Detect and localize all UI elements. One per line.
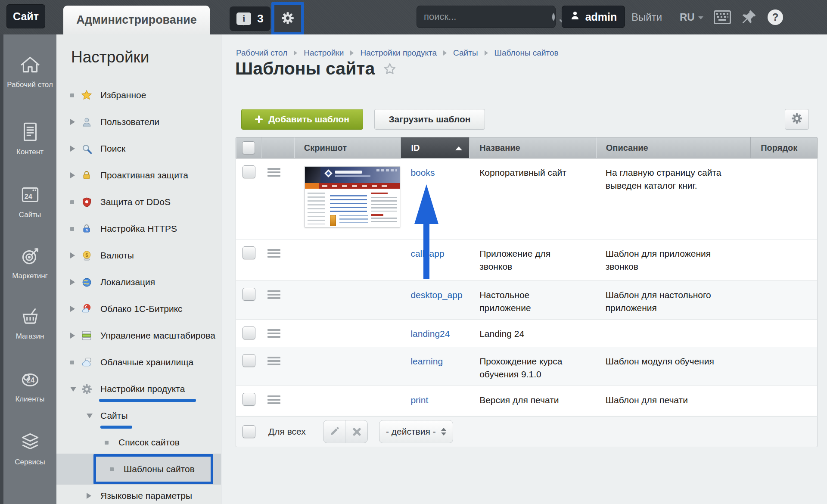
chevron-right-icon[interactable]	[70, 172, 75, 178]
globe-icon	[81, 277, 92, 288]
footer-select-checkbox[interactable]	[243, 425, 255, 438]
rail-item-6[interactable]: 24Клиенты	[3, 366, 56, 404]
menu-item-2[interactable]: Пользователи	[56, 109, 221, 135]
menu-item-7[interactable]: $Валюты	[56, 242, 221, 269]
breadcrumb-link-4[interactable]: Сайты	[453, 48, 478, 58]
rail-item-label: Магазин	[6, 332, 54, 341]
logout-link[interactable]: Выйти	[631, 11, 662, 23]
table-settings-button[interactable]	[785, 109, 809, 130]
menu-item-6[interactable]: SНастройка HTTPS	[56, 215, 221, 242]
user-button[interactable]: admin	[562, 6, 625, 28]
breadcrumb-link-3[interactable]: Настройки продукта	[360, 48, 437, 58]
row-checkbox[interactable]	[243, 327, 255, 339]
column-header-4[interactable]: Описание	[596, 137, 751, 158]
rail-item-4[interactable]: Маркетинг	[3, 243, 56, 280]
chevron-right-icon[interactable]	[70, 146, 75, 152]
header-select-checkbox[interactable]	[242, 141, 255, 154]
thumb-company-slogan	[335, 175, 370, 177]
delete-button[interactable]	[345, 420, 367, 443]
row-menu-icon[interactable]	[267, 168, 280, 177]
template-id-link[interactable]: books	[410, 168, 435, 177]
row-menu-cell	[261, 240, 294, 280]
keyboard-icon[interactable]	[714, 10, 731, 24]
actions-dropdown[interactable]: - действия -	[379, 420, 453, 443]
menu-item-5[interactable]: Защита от DDoS	[56, 189, 221, 215]
search-input[interactable]	[424, 11, 548, 22]
row-checkbox[interactable]	[243, 393, 255, 406]
menu-item-16[interactable]: Языковые параметры	[56, 482, 221, 504]
row-menu-icon[interactable]	[267, 290, 280, 299]
template-id-link[interactable]: print	[410, 395, 428, 405]
cloud-icon	[81, 357, 92, 368]
services-icon	[18, 429, 42, 455]
site-button[interactable]: Сайт	[6, 4, 45, 28]
add-template-label: Добавить шаблон	[268, 114, 349, 124]
row-menu-icon[interactable]	[267, 395, 280, 404]
edit-button[interactable]	[323, 420, 346, 443]
column-header-2[interactable]: ID	[401, 137, 469, 158]
column-header-label: ID	[411, 143, 420, 153]
menu-item-13[interactable]: Сайты	[56, 402, 221, 429]
pin-icon[interactable]	[740, 9, 757, 26]
column-header-1[interactable]: Скриншот	[294, 137, 401, 158]
chevron-right-icon[interactable]	[70, 306, 75, 312]
row-menu-icon[interactable]	[267, 329, 280, 338]
menu-item-8[interactable]: Локализация	[56, 269, 221, 296]
menu-item-4[interactable]: Проактивная защита	[56, 162, 221, 189]
breadcrumb-link-5[interactable]: Шаблоны сайтов	[494, 48, 559, 58]
gear-icon[interactable]	[281, 12, 294, 26]
upload-template-button[interactable]: Загрузить шаблон	[374, 109, 485, 130]
menu-item-12[interactable]: Настройки продукта	[56, 376, 221, 402]
template-screenshot-thumbnail[interactable]	[305, 166, 400, 227]
add-template-button[interactable]: Добавить шаблон	[241, 109, 363, 130]
menu-item-9[interactable]: Облако 1С-Битрикс	[56, 296, 221, 322]
search-icon[interactable]	[552, 13, 555, 21]
chevron-down-icon[interactable]	[70, 387, 76, 392]
menu-item-15[interactable]: Шаблоны сайтов	[56, 456, 221, 482]
column-header-5[interactable]: Порядок	[751, 137, 817, 158]
rail-item-2[interactable]: Контент	[3, 119, 56, 156]
row-checkbox[interactable]	[243, 354, 255, 367]
rail-item-1[interactable]: Рабочий стол	[3, 52, 56, 89]
chevron-down-icon[interactable]	[87, 414, 93, 418]
id-cell: print	[401, 386, 469, 416]
row-menu-icon[interactable]	[267, 249, 280, 258]
chevron-right-icon[interactable]	[70, 252, 75, 258]
chevron-right-icon[interactable]	[70, 333, 75, 339]
template-id-link[interactable]: desktop_app	[410, 290, 462, 300]
help-button[interactable]: ?	[768, 9, 783, 25]
favorite-star-icon[interactable]	[383, 62, 396, 75]
menu-item-10[interactable]: Управление масштабирова	[56, 322, 221, 349]
breadcrumb-link-1[interactable]: Рабочий стол	[236, 48, 287, 58]
language-dropdown[interactable]: RU	[680, 11, 703, 23]
template-id-link[interactable]: landing24	[410, 329, 450, 339]
chevron-right-icon[interactable]	[70, 279, 75, 285]
tab-administration[interactable]: Администрирование	[63, 6, 210, 34]
left-rail: Рабочий столКонтент24СайтыМаркетингМагаз…	[0, 34, 56, 504]
chevron-right-icon[interactable]	[87, 493, 91, 499]
row-checkbox[interactable]	[243, 165, 255, 178]
rail-item-3[interactable]: 24Сайты	[3, 182, 56, 219]
table-row: printВерсия для печатиШаблон для печати	[236, 386, 817, 416]
row-menu-icon[interactable]	[267, 357, 280, 365]
rail-item-label: Сервисы	[6, 457, 54, 467]
menu-item-3[interactable]: Поиск	[56, 135, 221, 162]
notifications-button[interactable]: i 3	[230, 6, 270, 31]
row-checkbox[interactable]	[243, 246, 255, 259]
search-box[interactable]	[417, 6, 556, 28]
order-cell	[751, 347, 817, 386]
chevron-right-icon[interactable]	[70, 119, 75, 125]
row-checkbox[interactable]	[243, 288, 255, 301]
template-id-link[interactable]: learning	[410, 356, 443, 366]
menu-item-1[interactable]: Избранное	[56, 82, 221, 109]
breadcrumb-link-2[interactable]: Настройки	[304, 48, 344, 58]
row-menu-cell	[261, 386, 294, 416]
rail-item-5[interactable]: Магазин	[3, 303, 56, 341]
row-menu-cell	[261, 281, 294, 319]
column-header-3[interactable]: Название	[469, 137, 596, 158]
description-cell	[596, 320, 751, 347]
menu-item-11[interactable]: Облачные хранилища	[56, 349, 221, 376]
rail-item-7[interactable]: Сервисы	[3, 429, 56, 467]
menu-item-14[interactable]: Список сайтов	[56, 429, 221, 456]
rail-item-label: Сайты	[6, 210, 54, 219]
